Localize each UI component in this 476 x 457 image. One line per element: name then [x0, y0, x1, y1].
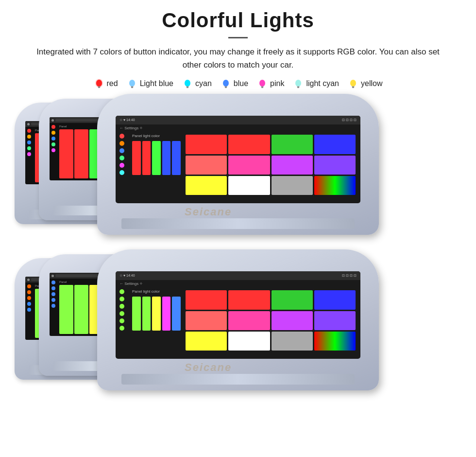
color-label-blue: blue	[234, 79, 248, 88]
svg-point-9	[223, 80, 229, 87]
svg-rect-14	[261, 88, 263, 88]
car-units-row-bottom: Panel	[0, 249, 476, 400]
bulb-icon-pink	[257, 78, 268, 89]
bulb-icon-red	[94, 78, 104, 89]
color-item-blue: blue	[221, 78, 248, 89]
svg-rect-7	[187, 87, 189, 88]
svg-point-15	[295, 80, 301, 87]
svg-rect-4	[131, 87, 133, 88]
color-item-lightcyan: light cyan	[293, 78, 339, 89]
bulb-icon-cyan	[182, 78, 193, 89]
color-label-cyan: cyan	[195, 79, 212, 88]
svg-rect-2	[98, 88, 100, 88]
svg-rect-17	[297, 88, 299, 88]
color-label-pink: pink	[270, 79, 284, 88]
svg-rect-8	[187, 88, 188, 88]
color-label-lightblue: Light blue	[140, 79, 173, 88]
title-divider	[228, 37, 248, 38]
color-item-red: red	[94, 78, 118, 89]
color-item-yellow: yellow	[348, 78, 382, 89]
color-label-lightcyan: light cyan	[306, 79, 339, 88]
color-item-lightblue: Light blue	[127, 78, 173, 89]
page-header: Colorful Lights Integrated with 7 colors…	[0, 0, 476, 71]
color-label-red: red	[107, 79, 118, 88]
page-title: Colorful Lights	[19, 9, 457, 32]
svg-point-6	[185, 80, 190, 87]
description-text: Integrated with 7 colors of button indic…	[29, 45, 447, 71]
color-item-pink: pink	[257, 78, 284, 89]
svg-rect-1	[98, 87, 100, 88]
car-frame-main-top: ☆ ♥ 14:40 ⊡ ⊡ ⊡ ⊡ ← Settings ✧ Panel lig…	[97, 94, 379, 235]
svg-rect-20	[352, 88, 354, 88]
main-screen-top: ☆ ♥ 14:40 ⊡ ⊡ ⊡ ⊡ ← Settings ✧ Panel lig…	[116, 116, 360, 203]
svg-rect-19	[352, 87, 355, 88]
car-units-row-top: Panel	[0, 94, 476, 245]
svg-rect-10	[224, 87, 227, 88]
color-indicators-row: red Light blue cyan blue	[0, 78, 476, 89]
main-screen-bot: ☆ ♥ 14:40 ⊡ ⊡ ⊡ ⊡ ← Settings ✧ Panel lig…	[116, 271, 360, 359]
svg-rect-5	[131, 88, 133, 88]
svg-point-12	[259, 80, 265, 87]
svg-point-3	[129, 80, 135, 87]
car-frame-main-bot: ☆ ♥ 14:40 ⊡ ⊡ ⊡ ⊡ ← Settings ✧ Panel lig…	[97, 249, 379, 390]
bulb-icon-lightblue	[127, 78, 137, 89]
svg-rect-13	[261, 87, 264, 88]
color-item-cyan: cyan	[182, 78, 212, 89]
svg-rect-16	[297, 87, 300, 88]
svg-point-0	[96, 80, 102, 87]
bulb-icon-yellow	[348, 78, 358, 89]
svg-rect-11	[225, 88, 227, 88]
svg-point-18	[350, 80, 356, 87]
bulb-icon-lightcyan	[293, 78, 304, 89]
color-label-yellow: yellow	[361, 79, 382, 88]
bulb-icon-blue	[221, 78, 231, 89]
